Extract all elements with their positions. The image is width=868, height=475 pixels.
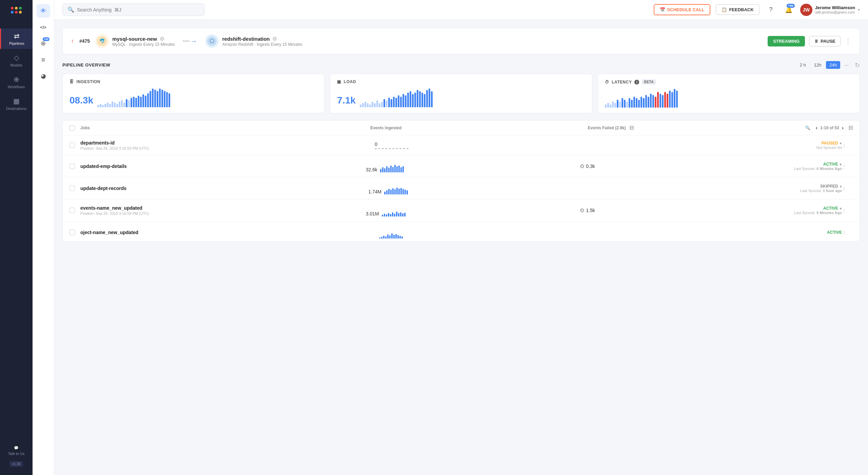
notifications-button[interactable]: 🔔 +99 [783, 4, 795, 16]
sidebar-item-label-pipelines: Pipelines [9, 41, 24, 45]
status-info-icon: ● [840, 141, 842, 146]
talk-icon: 💬 [14, 446, 19, 450]
app-logo[interactable] [9, 5, 23, 20]
last-synced: Last Synced: 1 hour ago [800, 189, 842, 193]
clock-icon: ⏱ [605, 80, 609, 84]
pause-button[interactable]: ⏸ PAUSE [809, 36, 841, 46]
user-email: willi.jerome@green.com [815, 10, 855, 14]
secondary-node-icon[interactable]: ⊕ +99 [37, 37, 50, 50]
time-2h-button[interactable]: 2 h [796, 61, 809, 69]
mini-chart [384, 182, 408, 194]
refresh-button[interactable]: ↻ [855, 61, 860, 69]
sidebar-item-label-destinations: Destinations [6, 107, 27, 111]
version-badge: v1.38 [9, 461, 23, 467]
pipeline-header-card: ↑ #475 🐬 mysql-source-new ⚙ MySQL · Inge… [62, 28, 860, 54]
row-checkbox-events-name[interactable] [70, 208, 75, 213]
sidebar-item-workflows[interactable]: ⊕ Workflows [0, 72, 33, 92]
load-value: 7.1k [337, 95, 356, 106]
secondary-layers-icon[interactable]: ≡ [37, 53, 50, 66]
secondary-chart-icon[interactable]: ◕ [37, 69, 50, 83]
status-badge: ACTIVE [823, 162, 838, 167]
latency-card-header: ⏱ LATENCY i BETA [605, 79, 853, 84]
search-input[interactable] [77, 7, 200, 13]
row-checkbox-oject-name[interactable] [70, 230, 75, 235]
search-bar[interactable]: 🔍 [62, 3, 205, 16]
row-more-icon[interactable]: ⋮ [842, 143, 846, 148]
ingestion-title: INGESTION [77, 79, 101, 84]
events-failed-filter-icon[interactable]: ⊟ [629, 125, 634, 131]
pipeline-id: #475 [79, 38, 90, 44]
sidebar-item-pipelines[interactable]: ⇄ Pipelines [0, 28, 33, 49]
job-name: updated-emp-details [80, 164, 366, 169]
sidebar-item-destinations[interactable]: ▦ Destinations [0, 94, 33, 114]
status-badge: ACTIVE [827, 230, 842, 235]
svg-point-0 [11, 7, 14, 10]
overview-cards: 🗄 INGESTION 08.3k ▦ LOAD 7.1k [62, 74, 860, 113]
workflows-icon: ⊕ [14, 75, 19, 83]
ingestion-card-header: 🗄 INGESTION [70, 79, 317, 84]
talk-to-us-button[interactable]: 💬 Talk to Us [8, 443, 24, 458]
grid-icon: ▦ [337, 79, 341, 84]
events-ingested-column-header: Events Ingested [370, 126, 588, 130]
select-all-checkbox[interactable] [70, 125, 75, 131]
events-ingested-value: 3.01M [366, 211, 379, 216]
eye-icon: 👁 [40, 7, 46, 15]
latency-card: ⏱ LATENCY i BETA [598, 74, 860, 113]
next-page-button[interactable]: › [842, 125, 844, 131]
sidebar-nav: ⇄ Pipelines ◇ Models ⊕ Workflows ▦ Desti… [0, 28, 33, 443]
table-search-icon[interactable]: 🔍 [805, 126, 810, 130]
load-card-header: ▦ LOAD [337, 79, 585, 84]
source-name: mysql-source-new [112, 36, 157, 42]
status-info-icon: ● [840, 184, 842, 189]
more-options-icon[interactable]: ⋮ [845, 37, 851, 45]
models-icon: ◇ [14, 54, 19, 62]
job-name: update-dept-records [80, 186, 368, 191]
events-failed-value: 1.5k [586, 208, 595, 213]
job-position: Position: Sep 26, 2018 3:16:59 PM (UTC) [80, 146, 375, 150]
ingestion-chart [97, 87, 170, 107]
secondary-code-icon[interactable]: </> [37, 20, 50, 34]
sidebar-bottom: 💬 Talk to Us v1.38 [8, 443, 24, 470]
table-filter-icon[interactable]: ⊟ [848, 125, 853, 131]
dest-settings-icon[interactable]: ⚙ [272, 36, 277, 42]
user-menu[interactable]: JW Jerome Williamson willi.jerome@green.… [800, 4, 860, 16]
row-checkbox-update-dept-records[interactable] [70, 186, 75, 191]
pipeline-status-up-icon: ↑ [71, 38, 74, 45]
events-failed-value: 0.3k [586, 164, 595, 169]
jobs-table: Jobs Events Ingested Events Failed (2.9k… [62, 120, 860, 242]
sidebar-item-models[interactable]: ◇ Models [0, 50, 33, 71]
load-card: ▦ LOAD 7.1k [330, 74, 592, 113]
overview-header: PIPELINE OVERVIEW 2 h 12h 24h ··· ↻ [62, 61, 860, 69]
streaming-button[interactable]: STREAMING [768, 36, 805, 46]
row-more-icon[interactable]: ⋮ [842, 186, 846, 191]
events-ingested-value: 32.6k [366, 167, 377, 172]
pagination-info: 1-10 of 53 [820, 126, 839, 130]
calendar-icon: 📅 [660, 7, 665, 12]
latency-chart [605, 87, 853, 108]
node-badge: +99 [43, 37, 50, 41]
time-24h-button[interactable]: 24h [826, 61, 840, 69]
sidebar: ⇄ Pipelines ◇ Models ⊕ Workflows ▦ Desti… [0, 0, 33, 475]
feedback-button[interactable]: 📋 FEEDBACK [716, 4, 759, 15]
secondary-view-icon[interactable]: 👁 [37, 4, 50, 18]
time-more-button[interactable]: ··· [842, 61, 852, 69]
row-more-icon[interactable]: ⋮ [842, 164, 846, 169]
row-more-icon[interactable]: ⋮ [842, 230, 846, 235]
source-settings-icon[interactable]: ⚙ [160, 36, 164, 42]
user-details: Jerome Williamson willi.jerome@green.com [815, 5, 855, 14]
schedule-call-button[interactable]: 📅 SCHEDULE CALL [654, 4, 711, 15]
job-position: Position: Sep 26, 2018 3:16:59 PM (UTC) [80, 211, 366, 215]
row-checkbox-updated-emp-details[interactable] [70, 164, 75, 169]
help-button[interactable]: ? [765, 4, 777, 16]
prev-page-button[interactable]: ‹ [816, 125, 817, 131]
avatar: JW [800, 4, 812, 16]
pipelines-icon: ⇄ [14, 32, 20, 40]
latency-title: LATENCY [612, 80, 632, 84]
dashed-line [375, 148, 595, 149]
sidebar-item-label-models: Models [10, 63, 22, 67]
time-12h-button[interactable]: 12h [811, 61, 825, 69]
row-more-icon[interactable]: ⋮ [842, 208, 846, 213]
destinations-icon: ▦ [13, 97, 20, 105]
row-checkbox-departments-id[interactable] [70, 142, 75, 148]
user-name: Jerome Williamson [815, 5, 855, 10]
